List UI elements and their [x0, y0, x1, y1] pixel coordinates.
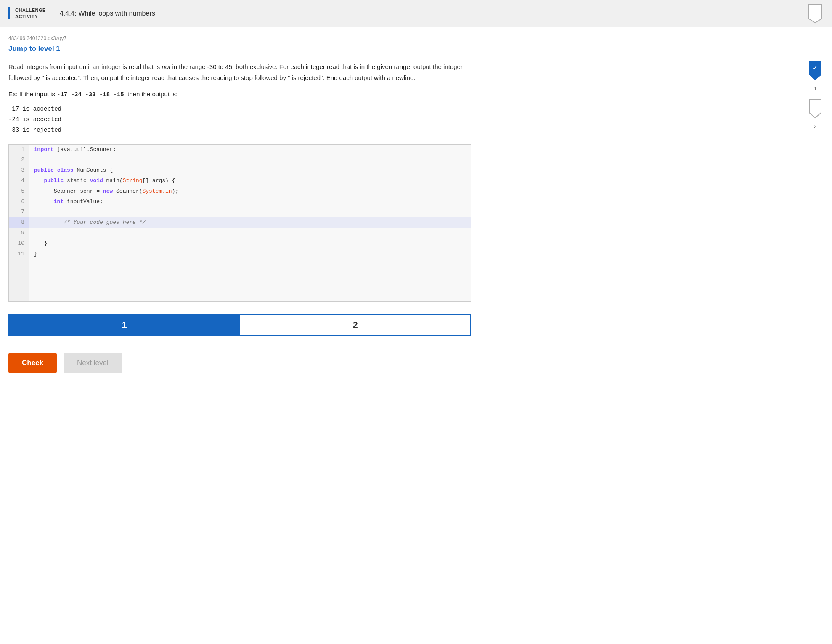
progress-bar: 1 2	[8, 314, 471, 336]
jump-to-level-link[interactable]: Jump to level 1	[8, 45, 60, 53]
badge-icon	[807, 3, 824, 24]
output-line-2: -24 is accepted	[8, 114, 471, 125]
code-line: 5 Scanner scnr = new Scanner(System.in);	[9, 186, 471, 197]
output-block: -17 is accepted -24 is accepted -33 is r…	[8, 104, 471, 136]
code-line	[9, 270, 471, 280]
output-line-1: -17 is accepted	[8, 104, 471, 114]
header-title: 4.4.4: While loops with numbers.	[60, 10, 157, 17]
level-1-item[interactable]: ✓ 1	[808, 61, 822, 92]
code-line: 6 int inputValue;	[9, 197, 471, 207]
level-1-badge-filled: ✓	[808, 61, 822, 81]
code-line	[9, 291, 471, 301]
level-2-label: 2	[814, 124, 817, 130]
code-line: 1 import java.util.Scanner;	[9, 145, 471, 155]
level-2-badge-outline	[808, 98, 822, 119]
next-level-button[interactable]: Next level	[64, 353, 122, 373]
buttons-row: Check Next level	[8, 345, 471, 382]
code-editor[interactable]: 1 import java.util.Scanner; 2 3 public c…	[8, 144, 471, 302]
breadcrumb: 483496.3401320.qx3zqy7	[8, 35, 471, 41]
output-line-3: -33 is rejected	[8, 125, 471, 135]
code-line: 3 public class NumCounts {	[9, 165, 471, 176]
progress-bar-level-2[interactable]: 2	[239, 315, 470, 335]
code-line-highlighted: 8 /* Your code goes here */	[9, 217, 471, 228]
level-2-item[interactable]: 2	[808, 98, 822, 130]
code-line	[9, 280, 471, 291]
code-line: 4 public static void main(String[] args)…	[9, 176, 471, 186]
code-line: 11 }	[9, 249, 471, 260]
main-content: 483496.3401320.qx3zqy7 Jump to level 1 R…	[0, 27, 496, 390]
header: CHALLENGE ACTIVITY 4.4.4: While loops wi…	[0, 0, 832, 27]
code-line: 10 }	[9, 239, 471, 249]
code-line	[9, 259, 471, 270]
code-line: 7	[9, 207, 471, 217]
page-wrapper: CHALLENGE ACTIVITY 4.4.4: While loops wi…	[0, 0, 832, 644]
code-line: 9	[9, 228, 471, 239]
challenge-activity-label: CHALLENGE ACTIVITY	[8, 7, 53, 19]
check-button[interactable]: Check	[8, 353, 57, 373]
example-line: Ex: If the input is -17 -24 -33 -18 -15,…	[8, 90, 471, 98]
progress-bar-level-1[interactable]: 1	[9, 315, 239, 335]
level-sidebar: ✓ 1 2	[808, 61, 822, 130]
svg-text:✓: ✓	[813, 64, 818, 71]
code-line: 2	[9, 155, 471, 165]
level-1-label: 1	[814, 86, 817, 92]
description: Read integers from input until an intege…	[8, 61, 471, 83]
